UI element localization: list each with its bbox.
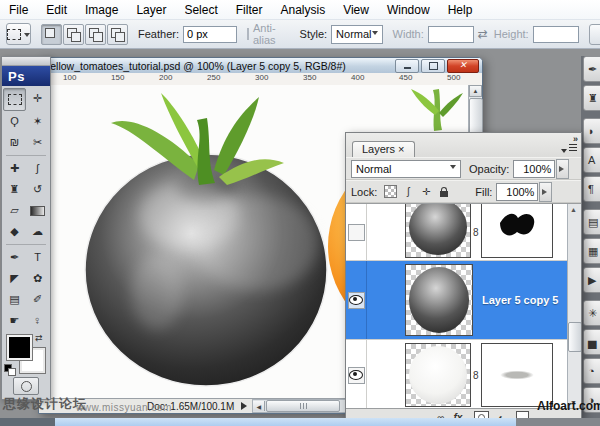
default-colors-icon[interactable]: [4, 364, 16, 374]
lock-transparency-button[interactable]: [383, 185, 397, 199]
new-selection-button[interactable]: [41, 24, 62, 45]
anti-alias-checkbox[interactable]: [247, 28, 249, 40]
tool-notes[interactable]: ▤: [3, 289, 26, 310]
dock-navigator-button[interactable]: ◗: [583, 118, 600, 144]
dock-styles-button[interactable]: ✳: [583, 300, 600, 326]
lock-all-button[interactable]: [437, 185, 451, 199]
menu-help[interactable]: Help: [439, 1, 482, 19]
layer-mask-thumbnail[interactable]: [481, 203, 553, 258]
dock-channels-button[interactable]: ▦: [583, 238, 600, 264]
tool-rectangular-marquee[interactable]: [3, 88, 26, 111]
dock-brushes-button[interactable]: ✒: [583, 56, 600, 82]
tool-move[interactable]: ✛: [26, 88, 49, 109]
dock-actions-button[interactable]: ▶: [583, 267, 600, 293]
close-button[interactable]: ✕: [447, 59, 479, 73]
visibility-cell[interactable]: [346, 204, 367, 260]
visibility-toggle[interactable]: [348, 224, 365, 241]
menu-window[interactable]: Window: [378, 1, 439, 19]
light-tomato-thumbnail-icon: [409, 346, 468, 404]
horizontal-scroll-thumb[interactable]: [266, 400, 340, 412]
menu-view[interactable]: View: [334, 1, 378, 19]
add-to-selection-button[interactable]: [63, 24, 84, 45]
layer-row-top[interactable]: 8: [346, 204, 581, 261]
tool-pen[interactable]: ✒: [3, 247, 26, 268]
visibility-cell[interactable]: [346, 340, 367, 409]
foreground-color-swatch[interactable]: [7, 335, 32, 360]
menu-layer[interactable]: Layer: [127, 1, 175, 19]
dock-character-button[interactable]: A: [583, 147, 600, 173]
layer-thumbnail[interactable]: [405, 264, 473, 336]
menu-analysis[interactable]: Analysis: [271, 1, 334, 19]
tool-preset-picker[interactable]: [6, 23, 31, 45]
maximize-button[interactable]: [421, 59, 445, 73]
tool-brush[interactable]: ʃ: [26, 158, 49, 179]
refine-edge-button[interactable]: Re: [589, 24, 600, 45]
fill-spinner[interactable]: [539, 182, 552, 202]
feather-input[interactable]: [183, 26, 237, 43]
tool-blur[interactable]: ◆: [3, 221, 26, 242]
toolbox-drag-bar[interactable]: [2, 57, 50, 66]
tool-eyedropper[interactable]: ✐: [26, 289, 49, 310]
tool-history-brush[interactable]: ↺: [26, 179, 49, 200]
tab-layers[interactable]: Layers ×: [352, 141, 415, 157]
taskbar-middle: [55, 418, 516, 426]
fill-value[interactable]: 100%: [496, 183, 538, 201]
scroll-up-icon[interactable]: ▲: [570, 206, 577, 213]
channels-icon: ▦: [588, 245, 598, 258]
document-title-bar[interactable]: yellow_tomatoes_tutorial.psd @ 100% (Lay…: [39, 58, 482, 73]
tool-crop[interactable]: ₪: [3, 132, 26, 153]
tool-lasso[interactable]: Ϙ: [3, 111, 26, 132]
menu-select[interactable]: Select: [175, 1, 226, 19]
opacity-value[interactable]: 100%: [513, 160, 555, 178]
tool-type[interactable]: T: [26, 247, 49, 268]
intersect-selection-button[interactable]: [107, 24, 128, 45]
visibility-cell[interactable]: [346, 261, 367, 339]
minimize-button[interactable]: [395, 59, 419, 73]
layers-scrollbar[interactable]: ▲ ▼: [567, 204, 581, 408]
lock-position-button[interactable]: ✛: [419, 185, 433, 199]
blend-mode-dropdown[interactable]: Normal: [351, 160, 461, 178]
menu-image[interactable]: Image: [76, 1, 127, 19]
tool-healing-brush[interactable]: ✚: [3, 158, 26, 179]
scroll-left-button[interactable]: ◀: [253, 401, 265, 411]
visibility-toggle[interactable]: [348, 367, 365, 384]
opacity-spinner[interactable]: [556, 159, 569, 179]
width-input[interactable]: [428, 26, 474, 43]
dock-clone-source-button[interactable]: ♜: [583, 85, 600, 111]
layer-thumbnail[interactable]: [405, 203, 471, 258]
swap-dimensions-icon[interactable]: ⇄: [478, 27, 488, 41]
tool-clone-stamp[interactable]: ♜: [3, 179, 26, 200]
layer-name[interactable]: Layer 5 copy 5: [482, 294, 558, 306]
scroll-up-button[interactable]: ▲: [469, 85, 482, 97]
layer-row-selected[interactable]: Layer 5 copy 5: [346, 261, 581, 340]
status-menu-button[interactable]: [240, 401, 251, 412]
layers-scroll-thumb[interactable]: [568, 322, 581, 352]
tool-zoom[interactable]: ♂: [26, 310, 49, 331]
tool-custom-shape[interactable]: ✿: [26, 268, 49, 289]
menu-file[interactable]: File: [0, 1, 37, 19]
subtract-from-selection-button[interactable]: [85, 24, 106, 45]
menu-edit[interactable]: Edit: [37, 1, 76, 19]
dock-paragraph-button[interactable]: ¶: [583, 176, 600, 202]
lock-paint-button[interactable]: ʃ: [401, 185, 415, 199]
dock-layer-comps-button[interactable]: ▤: [583, 209, 600, 235]
height-input[interactable]: [533, 26, 579, 43]
tool-magic-wand[interactable]: ✶: [26, 111, 49, 132]
dock-histogram-button[interactable]: ▅: [583, 329, 600, 355]
swap-colors-icon[interactable]: ⇄: [35, 333, 43, 343]
panel-menu-button[interactable]: [561, 143, 577, 154]
menu-filter[interactable]: Filter: [227, 1, 272, 19]
tool-hand[interactable]: ☛: [3, 310, 26, 331]
visibility-toggle[interactable]: [348, 292, 365, 309]
tool-path-selection[interactable]: ◤: [3, 268, 26, 289]
quick-mask-button[interactable]: [13, 377, 39, 395]
tool-slice[interactable]: ✂: [26, 132, 49, 153]
layer-mask-thumbnail[interactable]: [481, 343, 553, 407]
layer-thumbnail[interactable]: [405, 343, 471, 407]
tool-eraser[interactable]: ▱: [3, 200, 26, 221]
dock-info-button[interactable]: ◔: [583, 358, 600, 384]
style-dropdown[interactable]: Normal: [331, 25, 382, 44]
tool-sponge[interactable]: ☁: [26, 221, 49, 242]
layers-panel-header[interactable]: » Layers ×: [346, 133, 581, 157]
tool-gradient[interactable]: [26, 200, 49, 221]
